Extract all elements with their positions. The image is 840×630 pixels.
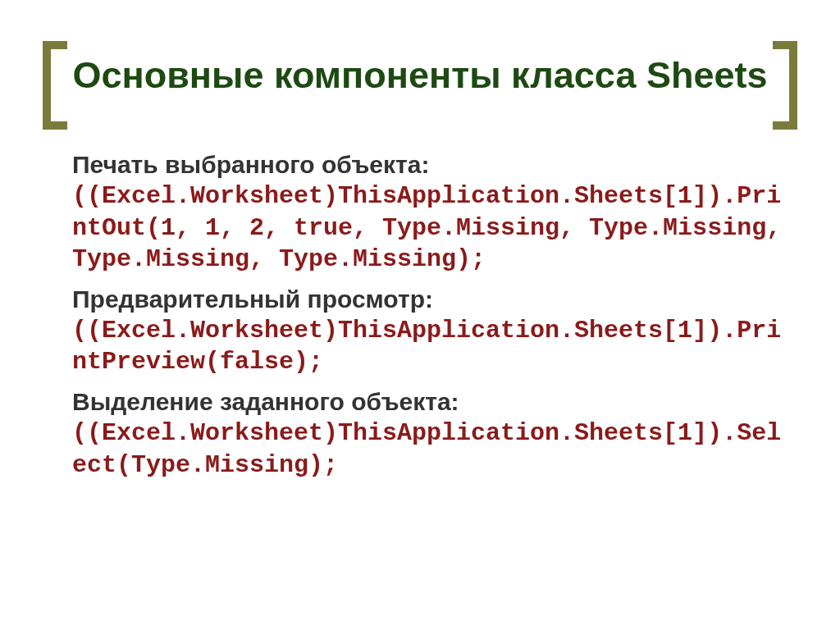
section-2: Предварительный просмотр: ((Excel.Worksh… <box>72 284 783 378</box>
section-1-code: ((Excel.Worksheet)ThisApplication.Sheets… <box>72 180 783 275</box>
slide-title: Основные компоненты класса Sheets <box>72 54 767 97</box>
slide-body: Печать выбранного объекта: ((Excel.Works… <box>72 149 783 489</box>
section-1-label: Печать выбранного объекта: <box>72 149 783 180</box>
section-3: Выделение заданного объекта: ((Excel.Wor… <box>72 386 783 481</box>
title-area: Основные компоненты класса Sheets <box>0 18 840 133</box>
slide: Основные компоненты класса Sheets Печать… <box>0 0 840 630</box>
section-1: Печать выбранного объекта: ((Excel.Works… <box>72 149 783 276</box>
section-3-code: ((Excel.Worksheet)ThisApplication.Sheets… <box>72 418 783 481</box>
section-2-code: ((Excel.Worksheet)ThisApplication.Sheets… <box>72 315 783 378</box>
section-3-label: Выделение заданного объекта: <box>72 386 783 418</box>
section-2-label: Предварительный просмотр: <box>72 284 783 315</box>
